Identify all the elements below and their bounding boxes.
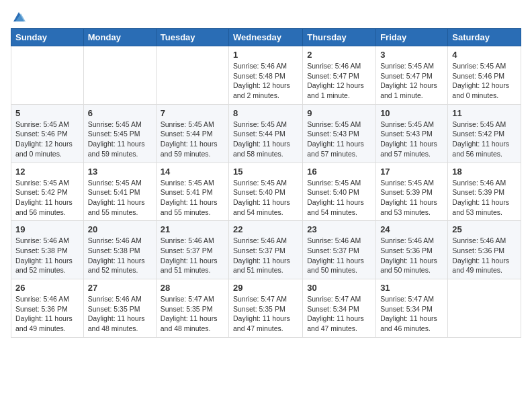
day-number: 11 [452,108,517,118]
day-info: Sunrise: 5:46 AM Sunset: 5:36 PM Dayligh… [380,236,443,275]
calendar-header-friday: Friday [376,29,448,46]
day-info: Sunrise: 5:45 AM Sunset: 5:45 PM Dayligh… [88,120,152,159]
calendar-cell: 26Sunrise: 5:46 AM Sunset: 5:36 PM Dayli… [11,279,84,338]
calendar-cell: 31Sunrise: 5:47 AM Sunset: 5:34 PM Dayli… [376,279,448,338]
calendar-week-row: 26Sunrise: 5:46 AM Sunset: 5:36 PM Dayli… [11,279,521,338]
day-info: Sunrise: 5:47 AM Sunset: 5:35 PM Dayligh… [161,294,224,334]
day-info: Sunrise: 5:45 AM Sunset: 5:44 PM Dayligh… [161,120,224,159]
day-number: 31 [380,283,443,293]
calendar-cell: 22Sunrise: 5:46 AM Sunset: 5:37 PM Dayli… [229,221,303,279]
day-info: Sunrise: 5:47 AM Sunset: 5:35 PM Dayligh… [233,294,298,334]
calendar-cell: 8Sunrise: 5:45 AM Sunset: 5:44 PM Daylig… [229,104,303,163]
day-info: Sunrise: 5:46 AM Sunset: 5:36 PM Dayligh… [15,294,79,334]
day-info: Sunrise: 5:45 AM Sunset: 5:44 PM Dayligh… [233,120,298,159]
day-info: Sunrise: 5:46 AM Sunset: 5:37 PM Dayligh… [307,236,371,275]
day-number: 28 [161,283,224,293]
day-number: 24 [380,224,443,234]
calendar-cell [83,46,156,105]
day-number: 18 [452,167,517,177]
day-info: Sunrise: 5:45 AM Sunset: 5:41 PM Dayligh… [161,178,224,218]
calendar-cell: 30Sunrise: 5:47 AM Sunset: 5:34 PM Dayli… [303,279,376,338]
calendar-cell: 23Sunrise: 5:46 AM Sunset: 5:37 PM Dayli… [303,221,376,279]
calendar-cell: 2Sunrise: 5:46 AM Sunset: 5:47 PM Daylig… [303,46,376,105]
calendar-cell [156,46,228,105]
day-number: 23 [307,224,371,234]
calendar-cell: 18Sunrise: 5:46 AM Sunset: 5:39 PM Dayli… [448,163,521,221]
calendar-cell: 9Sunrise: 5:45 AM Sunset: 5:43 PM Daylig… [303,104,376,163]
day-info: Sunrise: 5:45 AM Sunset: 5:40 PM Dayligh… [233,178,298,218]
calendar-header-thursday: Thursday [303,29,376,46]
calendar-cell [448,279,521,338]
day-info: Sunrise: 5:46 AM Sunset: 5:48 PM Dayligh… [233,61,298,101]
day-number: 1 [233,50,298,60]
day-info: Sunrise: 5:46 AM Sunset: 5:37 PM Dayligh… [233,236,298,275]
calendar-cell: 24Sunrise: 5:46 AM Sunset: 5:36 PM Dayli… [376,221,448,279]
day-number: 3 [380,50,443,60]
day-info: Sunrise: 5:45 AM Sunset: 5:46 PM Dayligh… [452,61,517,101]
day-info: Sunrise: 5:46 AM Sunset: 5:38 PM Dayligh… [15,236,79,275]
day-number: 25 [452,224,517,234]
calendar-header-monday: Monday [83,29,156,46]
calendar-week-row: 12Sunrise: 5:45 AM Sunset: 5:42 PM Dayli… [11,163,521,221]
calendar-cell: 4Sunrise: 5:45 AM Sunset: 5:46 PM Daylig… [448,46,521,105]
day-number: 6 [88,108,152,118]
calendar-cell: 16Sunrise: 5:45 AM Sunset: 5:40 PM Dayli… [303,163,376,221]
calendar-week-row: 5Sunrise: 5:45 AM Sunset: 5:46 PM Daylig… [11,104,521,163]
calendar-header-wednesday: Wednesday [229,29,303,46]
day-info: Sunrise: 5:46 AM Sunset: 5:35 PM Dayligh… [88,294,152,334]
day-info: Sunrise: 5:45 AM Sunset: 5:41 PM Dayligh… [88,178,152,218]
day-number: 20 [88,224,152,234]
calendar-week-row: 1Sunrise: 5:46 AM Sunset: 5:48 PM Daylig… [11,46,521,105]
day-number: 15 [233,167,298,177]
calendar-cell: 15Sunrise: 5:45 AM Sunset: 5:40 PM Dayli… [229,163,303,221]
calendar-cell: 14Sunrise: 5:45 AM Sunset: 5:41 PM Dayli… [156,163,228,221]
day-info: Sunrise: 5:45 AM Sunset: 5:40 PM Dayligh… [307,178,371,218]
day-info: Sunrise: 5:46 AM Sunset: 5:47 PM Dayligh… [307,61,371,101]
calendar-header-saturday: Saturday [448,29,521,46]
calendar-cell: 29Sunrise: 5:47 AM Sunset: 5:35 PM Dayli… [229,279,303,338]
calendar-cell: 21Sunrise: 5:46 AM Sunset: 5:37 PM Dayli… [156,221,228,279]
calendar-cell: 27Sunrise: 5:46 AM Sunset: 5:35 PM Dayli… [83,279,156,338]
day-number: 19 [15,224,79,234]
calendar-cell: 28Sunrise: 5:47 AM Sunset: 5:35 PM Dayli… [156,279,228,338]
calendar-table: SundayMondayTuesdayWednesdayThursdayFrid… [11,28,521,338]
day-info: Sunrise: 5:45 AM Sunset: 5:46 PM Dayligh… [15,120,79,159]
day-number: 10 [380,108,443,118]
calendar-header-sunday: Sunday [11,29,84,46]
day-info: Sunrise: 5:45 AM Sunset: 5:39 PM Dayligh… [380,178,443,218]
day-number: 8 [233,108,298,118]
day-number: 27 [88,283,152,293]
day-number: 13 [88,167,152,177]
calendar-cell: 10Sunrise: 5:45 AM Sunset: 5:43 PM Dayli… [376,104,448,163]
day-number: 2 [307,50,371,60]
day-info: Sunrise: 5:45 AM Sunset: 5:43 PM Dayligh… [380,120,443,159]
day-number: 5 [15,108,79,118]
calendar-cell: 17Sunrise: 5:45 AM Sunset: 5:39 PM Dayli… [376,163,448,221]
day-info: Sunrise: 5:47 AM Sunset: 5:34 PM Dayligh… [380,294,443,334]
day-number: 30 [307,283,371,293]
calendar-cell: 19Sunrise: 5:46 AM Sunset: 5:38 PM Dayli… [11,221,84,279]
logo-icon [12,11,26,23]
day-number: 26 [15,283,79,293]
day-info: Sunrise: 5:47 AM Sunset: 5:34 PM Dayligh… [307,294,371,334]
day-number: 16 [307,167,371,177]
calendar-header-row: SundayMondayTuesdayWednesdayThursdayFrid… [11,29,521,46]
calendar-cell: 12Sunrise: 5:45 AM Sunset: 5:42 PM Dayli… [11,163,84,221]
calendar-week-row: 19Sunrise: 5:46 AM Sunset: 5:38 PM Dayli… [11,221,521,279]
day-number: 22 [233,224,298,234]
day-info: Sunrise: 5:45 AM Sunset: 5:42 PM Dayligh… [15,178,79,218]
calendar-header-tuesday: Tuesday [156,29,228,46]
day-number: 17 [380,167,443,177]
day-info: Sunrise: 5:45 AM Sunset: 5:42 PM Dayligh… [452,120,517,159]
calendar-cell: 1Sunrise: 5:46 AM Sunset: 5:48 PM Daylig… [229,46,303,105]
day-number: 29 [233,283,298,293]
day-number: 7 [161,108,224,118]
calendar-cell: 6Sunrise: 5:45 AM Sunset: 5:45 PM Daylig… [83,104,156,163]
day-number: 12 [15,167,79,177]
day-info: Sunrise: 5:45 AM Sunset: 5:47 PM Dayligh… [380,61,443,101]
day-number: 21 [161,224,224,234]
day-info: Sunrise: 5:46 AM Sunset: 5:36 PM Dayligh… [452,236,517,275]
page-header [11,11,521,23]
day-info: Sunrise: 5:46 AM Sunset: 5:38 PM Dayligh… [88,236,152,275]
calendar-cell: 5Sunrise: 5:45 AM Sunset: 5:46 PM Daylig… [11,104,84,163]
